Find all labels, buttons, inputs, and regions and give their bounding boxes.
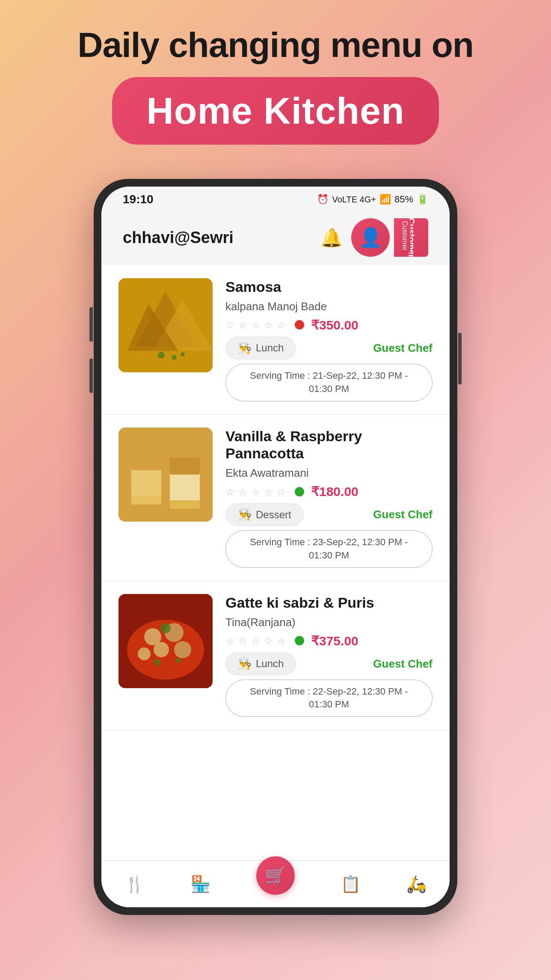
cart-icon: 🛒 xyxy=(265,865,286,885)
food-image-pannacotta xyxy=(118,428,213,522)
rating-price-row-gatte: ☆ ☆ ☆ ☆ ☆ ₹375.00 xyxy=(225,633,433,648)
app-header: chhavi@Sewri 🔔 👤 Customer xyxy=(101,210,450,265)
customer-avatar[interactable]: 👤 xyxy=(351,218,390,257)
scroll-area[interactable]: Samosa kalpana Manoj Bade ☆ ☆ ☆ ☆ ☆ ₹350… xyxy=(101,265,450,860)
battery-icon: 🔋 xyxy=(417,194,428,205)
guest-chef-samosa: Guest Chef xyxy=(373,342,433,355)
page-header: Daily changing menu on Home Kitchen xyxy=(77,26,474,145)
svg-point-23 xyxy=(176,658,181,663)
signal-bars: 📶 xyxy=(379,194,391,205)
stars-gatte: ☆ ☆ ☆ ☆ ☆ xyxy=(225,635,288,646)
meal-tag-pannacotta[interactable]: 👨‍🍳 Dessert xyxy=(225,503,304,526)
food-name-gatte: Gatte ki sabzi & Puris xyxy=(225,594,433,612)
guest-chef-pannacotta: Guest Chef xyxy=(373,508,433,521)
food-name-pannacotta: Vanilla & Raspberry Pannacotta xyxy=(225,428,433,463)
phone-frame: 19:10 ⏰ VoLTE 4G+ 📶 85% 🔋 chhavi@Sewri 🔔… xyxy=(94,179,457,915)
food-name-samosa: Samosa xyxy=(225,278,433,296)
alarm-icon: ⏰ xyxy=(317,194,329,205)
category-gatte: Lunch xyxy=(256,658,284,670)
serving-time-pannacotta: Serving Time : 23-Sep-22, 12:30 PM - 01:… xyxy=(225,530,433,568)
food-item-pannacotta[interactable]: Vanilla & Raspberry Pannacotta Ekta Awat… xyxy=(101,415,450,581)
tags-row-pannacotta: 👨‍🍳 Dessert Guest Chef xyxy=(225,503,433,526)
status-time: 19:10 xyxy=(123,193,154,206)
food-item-gatte[interactable]: Gatte ki sabzi & Puris Tina(Ranjana) ☆ ☆… xyxy=(101,581,450,730)
stars-pannacotta: ☆ ☆ ☆ ☆ ☆ xyxy=(225,486,288,497)
chef-hat-icon-2: 👨‍🍳 xyxy=(238,508,252,521)
side-button-vol-down xyxy=(89,359,93,393)
price-gatte: ₹375.00 xyxy=(311,633,358,648)
svg-point-18 xyxy=(154,642,169,657)
headline: Daily changing menu on xyxy=(77,26,474,64)
serving-time-samosa: Serving Time : 21-Sep-22, 12:30 PM - 01:… xyxy=(225,364,433,401)
orders-icon: 📋 xyxy=(341,875,361,894)
nav-item-utensils[interactable]: 🍴 xyxy=(124,875,145,894)
chef-hat-icon: 👨‍🍳 xyxy=(238,342,252,355)
rating-price-row-pannacotta: ☆ ☆ ☆ ☆ ☆ ₹180.00 xyxy=(225,484,433,499)
svg-point-19 xyxy=(174,641,191,658)
price-dot-samosa xyxy=(295,320,304,330)
chef-hat-icon-3: 👨‍🍳 xyxy=(238,657,252,671)
brand-pill: Home Kitchen xyxy=(112,77,439,145)
bottom-nav: 🍴 🏪 🛒 📋 🛵 xyxy=(101,860,450,907)
food-image-samosa xyxy=(118,278,213,372)
price-pannacotta: ₹180.00 xyxy=(311,484,358,499)
category-samosa: Lunch xyxy=(256,342,284,354)
store-icon: 🏪 xyxy=(190,875,210,894)
meal-tag-gatte[interactable]: 👨‍🍳 Lunch xyxy=(225,653,296,675)
svg-point-21 xyxy=(160,623,171,633)
category-pannacotta: Dessert xyxy=(256,509,291,521)
svg-point-22 xyxy=(154,659,160,666)
svg-rect-12 xyxy=(131,496,161,505)
nav-item-delivery[interactable]: 🛵 xyxy=(406,875,427,894)
svg-rect-11 xyxy=(170,457,200,475)
tags-row-gatte: 👨‍🍳 Lunch Guest Chef xyxy=(225,653,433,675)
svg-point-4 xyxy=(158,352,165,359)
food-details-pannacotta: Vanilla & Raspberry Pannacotta Ekta Awat… xyxy=(225,428,433,568)
avatar-icon: 👤 xyxy=(359,226,382,249)
side-button-power xyxy=(458,333,462,384)
delivery-icon: 🛵 xyxy=(406,875,427,894)
status-bar: 19:10 ⏰ VoLTE 4G+ 📶 85% 🔋 xyxy=(101,187,450,210)
rating-price-row-samosa: ☆ ☆ ☆ ☆ ☆ ₹350.00 xyxy=(225,318,433,333)
svg-point-20 xyxy=(138,647,151,660)
price-dot-gatte xyxy=(295,636,304,645)
svg-point-6 xyxy=(181,352,185,356)
food-image-gatte xyxy=(118,594,213,688)
food-details-gatte: Gatte ki sabzi & Puris Tina(Ranjana) ☆ ☆… xyxy=(225,594,433,717)
side-button-vol-up xyxy=(89,307,93,342)
status-icons: ⏰ VoLTE 4G+ 📶 85% 🔋 xyxy=(317,194,428,205)
bell-icon[interactable]: 🔔 xyxy=(320,227,343,248)
price-samosa: ₹350.00 xyxy=(311,318,358,333)
battery-text: 85% xyxy=(394,194,413,205)
nav-item-cart[interactable]: 🛒 xyxy=(256,856,295,895)
food-details-samosa: Samosa kalpana Manoj Bade ☆ ☆ ☆ ☆ ☆ ₹350… xyxy=(225,278,433,401)
food-item-samosa[interactable]: Samosa kalpana Manoj Bade ☆ ☆ ☆ ☆ ☆ ₹350… xyxy=(101,265,450,414)
stars-samosa: ☆ ☆ ☆ ☆ ☆ xyxy=(225,319,288,330)
meal-tag-samosa[interactable]: 👨‍🍳 Lunch xyxy=(225,337,296,359)
chef-name-pannacotta: Ekta Awatramani xyxy=(225,466,433,480)
signal-text: VoLTE 4G+ xyxy=(332,195,376,205)
utensils-icon: 🍴 xyxy=(124,875,145,894)
nav-item-orders[interactable]: 📋 xyxy=(341,875,361,894)
chef-name-gatte: Tina(Ranjana) xyxy=(225,616,433,629)
header-icons: 🔔 👤 Customer xyxy=(320,218,428,257)
price-dot-pannacotta xyxy=(295,487,304,496)
svg-point-5 xyxy=(172,355,177,360)
location-label: chhavi@Sewri xyxy=(123,229,234,247)
chef-name-samosa: kalpana Manoj Bade xyxy=(225,300,433,313)
phone-screen: 19:10 ⏰ VoLTE 4G+ 📶 85% 🔋 chhavi@Sewri 🔔… xyxy=(101,187,450,907)
svg-rect-9 xyxy=(131,453,161,470)
svg-rect-13 xyxy=(170,500,200,509)
tags-row-samosa: 👨‍🍳 Lunch Guest Chef xyxy=(225,337,433,359)
brand-label: Home Kitchen xyxy=(146,89,405,132)
guest-chef-gatte: Guest Chef xyxy=(373,657,433,671)
nav-item-store[interactable]: 🏪 xyxy=(190,875,210,894)
serving-time-gatte: Serving Time : 22-Sep-22, 12:30 PM - 01:… xyxy=(225,680,433,717)
